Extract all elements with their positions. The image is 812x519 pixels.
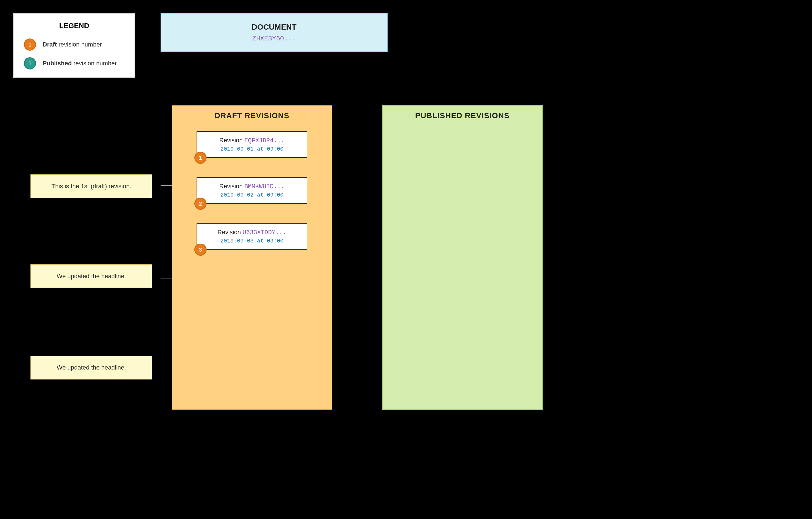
revision-id-3: U633XTDDY... <box>242 229 286 236</box>
legend-published-bold: Published <box>42 60 72 67</box>
main-canvas: LEGEND 1 Draft revision number 1 Publish… <box>0 0 812 519</box>
draft-panel-title: DRAFT REVISIONS <box>178 111 326 120</box>
revision-card-3: Revision U633XTDDY... 2019-09-03 at 09:0… <box>197 223 307 250</box>
revision-badge-3: 3 <box>194 243 206 256</box>
legend-draft-text: Draft revision number <box>42 41 102 48</box>
legend-draft-bold: Draft <box>42 41 57 48</box>
content-box-1: This is the 1st (draft) revision. <box>30 174 152 198</box>
published-panel-title: PUBLISHED REVISIONS <box>388 111 536 120</box>
revision-3-label: Revision U633XTDDY... <box>204 229 300 236</box>
revision-date-1: 2019-09-01 at 09:00 <box>204 146 300 152</box>
revision-2-wrapper: Revision BMMKWUID... 2019-09-02 at 09:00… <box>178 177 326 204</box>
legend-published-rest: revision number <box>72 60 117 67</box>
revision-card-2: Revision BMMKWUID... 2019-09-02 at 09:00 <box>197 177 307 204</box>
revision-date-2: 2019-09-02 at 09:00 <box>204 192 300 198</box>
document-id: ZHXE3Y60... <box>172 35 376 42</box>
revision-1-wrapper: Revision EQFXJDR4... 2019-09-01 at 09:00… <box>178 131 326 158</box>
legend-draft-item: 1 Draft revision number <box>24 38 124 51</box>
revision-date-3: 2019-09-03 at 09:00 <box>204 238 300 244</box>
draft-panel: DRAFT REVISIONS Revision EQFXJDR4... 201… <box>172 105 332 410</box>
revision-3-wrapper: Revision U633XTDDY... 2019-09-03 at 09:0… <box>178 223 326 250</box>
content-text-3: We updated the headline. <box>57 364 126 371</box>
legend-draft-rest: revision number <box>57 41 102 48</box>
revision-badge-1: 1 <box>194 152 206 164</box>
content-box-3: We updated the headline. <box>30 356 152 379</box>
revision-id-1: EQFXJDR4... <box>244 137 285 144</box>
revision-label-text-1: Revision <box>219 137 244 144</box>
revision-label-text-3: Revision <box>218 229 242 236</box>
revision-2-label: Revision BMMKWUID... <box>204 183 300 190</box>
revision-label-text-2: Revision <box>219 183 244 190</box>
content-text-2: We updated the headline. <box>57 272 126 280</box>
content-box-2: We updated the headline. <box>30 264 152 288</box>
legend-published-item: 1 Published revision number <box>24 57 124 69</box>
published-badge: 1 <box>24 57 36 69</box>
revision-badge-2: 2 <box>194 198 206 210</box>
document-title: DOCUMENT <box>172 23 376 32</box>
content-text-1: This is the 1st (draft) revision. <box>52 183 132 190</box>
revision-1-label: Revision EQFXJDR4... <box>204 137 300 144</box>
document-box: DOCUMENT ZHXE3Y60... <box>161 13 387 52</box>
revision-card-1: Revision EQFXJDR4... 2019-09-01 at 09:00 <box>197 131 307 158</box>
revision-id-2: BMMKWUID... <box>244 183 285 190</box>
legend-box: LEGEND 1 Draft revision number 1 Publish… <box>13 13 135 78</box>
legend-published-text: Published revision number <box>42 60 117 67</box>
draft-badge: 1 <box>24 38 36 51</box>
published-panel: PUBLISHED REVISIONS <box>382 105 543 410</box>
legend-title: LEGEND <box>24 22 124 30</box>
